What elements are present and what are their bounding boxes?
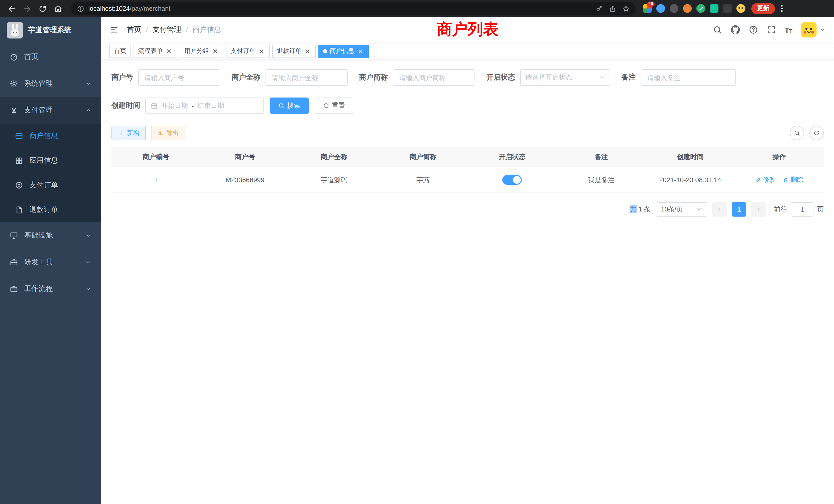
sidebar-logo[interactable]: 芋道管理系统 — [0, 17, 101, 44]
sidebar-item-payment-orders[interactable]: 支付订单 — [0, 173, 101, 198]
sidebar-item-payment[interactable]: ¥ 支付管理 — [0, 97, 101, 124]
hamburger-icon[interactable] — [109, 25, 118, 35]
active-tab-dot — [323, 49, 327, 53]
extension-blue-drop-icon[interactable] — [656, 4, 665, 13]
filter-row-2: 创建时间 开始日期 - 结束日期 搜索 重置 — [111, 97, 824, 114]
export-button[interactable]: 导出 — [151, 126, 185, 140]
add-button[interactable]: 新增 — [111, 126, 146, 140]
user-menu[interactable] — [801, 22, 826, 38]
sidebar-item-merchant-info[interactable]: 商户信息 — [0, 124, 101, 148]
prev-page-button[interactable] — [712, 202, 727, 216]
site-info-icon[interactable] — [77, 5, 84, 12]
fullscreen-icon[interactable] — [766, 25, 776, 35]
browser-home-button[interactable] — [51, 2, 65, 15]
remark-input[interactable] — [641, 69, 736, 86]
extension-knot-icon[interactable] — [723, 4, 732, 13]
breadcrumb-home[interactable]: 首页 — [127, 25, 141, 35]
browser-profile-avatar[interactable] — [737, 4, 745, 13]
extension-colorful-icon[interactable]: 10 — [643, 4, 652, 13]
extension-orange-icon[interactable] — [683, 4, 692, 13]
tab-process-form[interactable]: 流程表单 — [133, 44, 177, 58]
cell-merchant-id: 1 — [111, 176, 200, 184]
tab-payment-orders[interactable]: 支付订单 — [226, 44, 270, 58]
extension-dark-icon[interactable] — [670, 4, 678, 13]
url-text: localhost:1024/pay/merchant — [88, 5, 171, 12]
cell-full-name: 芋道源码 — [290, 175, 379, 184]
github-icon[interactable] — [730, 25, 740, 35]
extension-green-check-icon[interactable] — [696, 4, 705, 13]
browser-update-button[interactable]: 更新 — [751, 3, 775, 14]
tab-refund-orders[interactable]: 退款订单 — [272, 44, 316, 58]
remark-label: 备注 — [621, 73, 636, 82]
search-button[interactable]: 搜索 — [270, 97, 309, 114]
current-page-button[interactable]: 1 — [732, 202, 746, 216]
sidebar: 芋道管理系统 首页 系统管理 ¥ 支付管理 商户信息 — [0, 17, 101, 504]
address-bar[interactable]: localhost:1024/pay/merchant — [71, 2, 636, 15]
browser-window: localhost:1024/pay/merchant 10 更新 — [0, 0, 834, 504]
short-name-input[interactable] — [393, 69, 475, 86]
goto-page-input[interactable] — [791, 202, 813, 216]
table-toolbar: 新增 导出 — [111, 126, 824, 140]
extensions-row: 10 — [643, 4, 745, 13]
cell-short-name: 芋艿 — [378, 175, 467, 184]
merchant-no-input[interactable] — [138, 69, 220, 86]
start-date-placeholder: 开始日期 — [161, 101, 188, 110]
tab-home[interactable]: 首页 — [109, 44, 131, 58]
tab-merchant-info[interactable]: 商户信息 — [319, 44, 369, 58]
chevron-down-icon — [85, 232, 91, 239]
browser-refresh-button[interactable] — [36, 2, 49, 15]
close-icon[interactable] — [357, 47, 364, 55]
toggle-search-button[interactable] — [790, 126, 804, 140]
breadcrumb-payment[interactable]: 支付管理 — [153, 25, 181, 35]
filter-full-name: 商户全称 — [232, 69, 348, 86]
filter-merchant-no: 商户号 — [111, 69, 220, 86]
user-avatar[interactable] — [801, 22, 816, 38]
sidebar-item-app-info[interactable]: 应用信息 — [0, 148, 101, 173]
sidebar-item-system[interactable]: 系统管理 — [0, 70, 101, 97]
close-icon[interactable] — [258, 47, 265, 55]
tab-user-group[interactable]: 用户分组 — [180, 44, 223, 58]
edit-link[interactable]: 修改 — [755, 176, 776, 184]
refresh-table-button[interactable] — [809, 126, 824, 140]
sidebar-item-workflow[interactable]: 工作流程 — [0, 276, 101, 302]
help-icon[interactable] — [748, 25, 758, 35]
create-time-label: 创建时间 — [111, 101, 140, 110]
cell-create-time: 2021-10-23 08:31:14 — [646, 176, 735, 184]
close-icon[interactable] — [212, 47, 219, 55]
toolbox-icon — [10, 258, 18, 266]
next-page-button[interactable] — [751, 202, 766, 216]
chevron-up-icon — [85, 107, 91, 113]
sidebar-item-refund-orders[interactable]: 退款订单 — [0, 198, 101, 222]
browser-menu-icon[interactable] — [779, 3, 785, 14]
sidebar-item-home[interactable]: 首页 — [0, 44, 101, 70]
app-root: 芋道管理系统 首页 系统管理 ¥ 支付管理 商户信息 — [0, 17, 834, 504]
sidebar-item-infrastructure[interactable]: 基础设施 — [0, 222, 101, 249]
close-icon[interactable] — [304, 47, 311, 55]
page-size-select[interactable]: 10条/页 — [656, 202, 707, 216]
delete-link[interactable]: 删除 — [783, 176, 804, 184]
browser-back-button[interactable] — [5, 2, 19, 15]
close-icon[interactable] — [166, 47, 173, 55]
header-search-icon[interactable] — [712, 25, 722, 35]
filter-remark: 备注 — [621, 69, 736, 86]
filter-status: 开启状态 请选择开启状态 — [486, 69, 610, 86]
main-area: 商户列表 首页 / 支付管理 / 商户信息 TT — [101, 17, 834, 504]
extension-green-square-icon[interactable] — [710, 4, 719, 13]
bookmark-star-icon[interactable] — [622, 5, 630, 12]
goto-label: 前往 — [774, 205, 787, 214]
dashboard-icon — [10, 53, 18, 61]
status-select[interactable]: 请选择开启状态 — [520, 69, 610, 86]
sidebar-item-dev-tools[interactable]: 研发工具 — [0, 249, 101, 276]
table-header: 商户编号 商户号 商户全称 商户简称 开启状态 备注 创建时间 操作 — [111, 147, 824, 167]
share-icon[interactable] — [609, 5, 616, 12]
full-name-label: 商户全称 — [232, 73, 260, 82]
browser-forward-button[interactable] — [21, 2, 34, 15]
reset-button[interactable]: 重置 — [315, 97, 353, 114]
status-toggle[interactable] — [502, 175, 522, 185]
font-size-icon[interactable]: TT — [785, 26, 792, 33]
app-title: 芋道管理系统 — [28, 26, 71, 35]
chevron-down-icon — [599, 74, 605, 81]
date-range-picker[interactable]: 开始日期 - 结束日期 — [145, 97, 264, 114]
full-name-input[interactable] — [265, 69, 348, 86]
password-key-icon[interactable] — [596, 5, 603, 12]
